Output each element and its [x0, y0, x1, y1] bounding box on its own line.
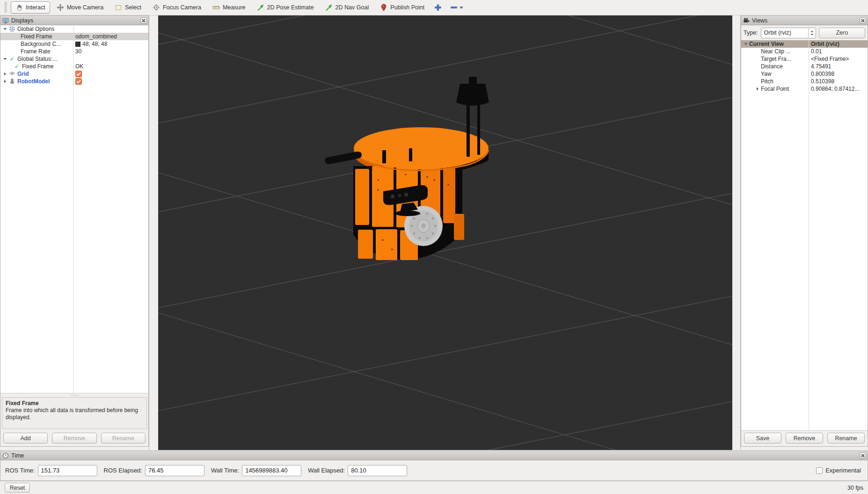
- view-property-value-cell[interactable]: 4.75491: [809, 63, 868, 70]
- expander-closed-icon[interactable]: [2, 71, 8, 77]
- tool-select[interactable]: Select: [110, 1, 146, 14]
- view-type-row: Type: Orbit (rviz) Zero: [741, 25, 868, 40]
- tool-publish-point[interactable]: Publish Point: [375, 1, 429, 14]
- enabled-checkbox-checked-icon[interactable]: [75, 78, 82, 85]
- ros-elapsed-input[interactable]: [145, 465, 204, 476]
- views-row-target-fra[interactable]: Target Fra...<Fixed Frame>: [741, 55, 868, 63]
- property-value-cell[interactable]: 48; 48; 48: [73, 40, 148, 48]
- displays-row-robotmodel[interactable]: RobotModel: [0, 78, 148, 85]
- property-label: Fixed Frame: [22, 63, 53, 70]
- views-panel-header[interactable]: Views: [741, 16, 868, 25]
- tool-2d-nav-goal[interactable]: 2D Nav Goal: [321, 1, 374, 14]
- rename-button[interactable]: Rename: [827, 433, 865, 443]
- tool-move-camera[interactable]: Move Camera: [52, 1, 109, 14]
- tool-label: Publish Point: [390, 4, 424, 11]
- dropdown-caret-icon[interactable]: [460, 7, 463, 9]
- view-property-name-cell: Current View: [741, 40, 809, 48]
- color-swatch: [75, 42, 80, 47]
- zero-button[interactable]: Zero: [819, 28, 865, 38]
- expander-open-icon[interactable]: [2, 26, 8, 32]
- expander-open-icon[interactable]: [2, 56, 8, 62]
- property-name-cell: Global Options: [0, 25, 73, 33]
- wall-time-input[interactable]: [242, 465, 301, 476]
- views-panel: Views Type: Orbit (rviz) Zero Current Vi…: [741, 15, 868, 447]
- save-button[interactable]: Save: [744, 433, 781, 443]
- tool-focus-camera[interactable]: Focus Camera: [148, 1, 206, 14]
- select-box-icon: [115, 4, 122, 11]
- left-splitter[interactable]: [149, 15, 158, 450]
- property-value-cell: [73, 55, 148, 63]
- property-value-cell[interactable]: [73, 70, 148, 78]
- property-value-cell[interactable]: odom_combined: [73, 33, 148, 40]
- expander-open-icon[interactable]: [743, 41, 749, 47]
- view-property-label: Near Clip ...: [761, 48, 790, 55]
- view-property-value-cell[interactable]: 0.510398: [809, 78, 868, 85]
- spinner-icon[interactable]: [808, 28, 816, 38]
- displays-row-global-options[interactable]: Global Options: [0, 25, 148, 33]
- views-row-focal-point[interactable]: Focal Point0.90864; 0.87412...: [741, 85, 868, 93]
- displays-row-fixed-frame[interactable]: ✓Fixed FrameOK: [0, 63, 148, 70]
- views-camera-icon: [743, 17, 750, 24]
- property-name-cell: RobotModel: [0, 78, 73, 85]
- displays-row-background-c[interactable]: Background C...48; 48; 48: [0, 40, 148, 48]
- view-property-value-cell[interactable]: <Fixed Frame>: [809, 55, 868, 63]
- time-close-button[interactable]: [860, 452, 866, 459]
- view-type-combo[interactable]: Orbit (rviz): [761, 28, 816, 38]
- views-row-distance[interactable]: Distance4.75491: [741, 63, 868, 70]
- ros-time-input[interactable]: [38, 465, 97, 476]
- property-name-cell: Background C...: [0, 40, 73, 48]
- time-fields: ROS Time:ROS Elapsed:Wall Time:Wall Elap…: [0, 460, 868, 480]
- toolbar-tools: InteractMove CameraSelectFocus CameraMea…: [11, 1, 429, 14]
- reset-button[interactable]: Reset: [5, 483, 30, 493]
- panel-splitter-handle[interactable]: [0, 393, 148, 397]
- displays-row-global-status[interactable]: ✓Global Status:...: [0, 55, 148, 63]
- displays-row-frame-rate[interactable]: Frame Rate30: [0, 48, 148, 55]
- view-property-label: Current View: [749, 40, 784, 48]
- publish-point-pin-icon: [380, 4, 387, 11]
- expander-closed-icon[interactable]: [754, 86, 761, 92]
- status-bar: Reset 30 fps: [0, 481, 868, 494]
- property-value-cell[interactable]: [73, 78, 148, 85]
- add-button[interactable]: Add: [3, 433, 48, 443]
- displays-panel-header[interactable]: Displays: [0, 16, 148, 25]
- remove-tool-button[interactable]: [447, 1, 467, 14]
- remove-button: Remove: [52, 433, 96, 443]
- property-name-cell: Frame Rate: [0, 48, 73, 55]
- displays-row-grid[interactable]: Grid: [0, 70, 148, 78]
- add-tool-button[interactable]: [431, 1, 445, 14]
- wall-elapsed-label: Wall Elapsed:: [308, 467, 345, 474]
- enabled-checkbox-checked-icon[interactable]: [75, 71, 82, 77]
- wall-elapsed-input[interactable]: [348, 465, 407, 476]
- expander-closed-icon[interactable]: [2, 78, 8, 85]
- displays-tree: Global OptionsFixed Frameodom_combinedBa…: [0, 25, 148, 393]
- time-panel-header[interactable]: Time: [0, 451, 868, 460]
- viewport-3d[interactable]: [158, 15, 732, 450]
- property-label: Grid: [17, 70, 29, 78]
- views-row-pitch[interactable]: Pitch0.510398: [741, 78, 868, 85]
- property-value-cell: [73, 25, 148, 33]
- views-row-near-clip[interactable]: Near Clip ...0.01: [741, 48, 868, 55]
- views-row-yaw[interactable]: Yaw0.800398: [741, 70, 868, 78]
- right-splitter[interactable]: [732, 15, 741, 450]
- property-value-cell[interactable]: 30: [73, 48, 148, 55]
- views-row-current-view[interactable]: Current ViewOrbit (rviz): [741, 40, 868, 48]
- experimental-checkbox[interactable]: [816, 467, 823, 474]
- views-tree: Current ViewOrbit (rviz)Near Clip ...0.0…: [741, 40, 868, 431]
- status-ok-check-icon: ✓: [13, 63, 21, 70]
- tool-measure[interactable]: Measure: [208, 1, 250, 14]
- view-property-value-cell[interactable]: 0.01: [809, 48, 868, 55]
- view-property-value-cell[interactable]: 0.90864; 0.87412...: [809, 85, 868, 93]
- views-close-button[interactable]: [860, 17, 866, 24]
- property-value-cell[interactable]: OK: [73, 63, 148, 70]
- tool-interact[interactable]: Interact: [11, 1, 50, 14]
- displays-row-fixed-frame[interactable]: Fixed Frameodom_combined: [0, 33, 148, 40]
- move-camera-icon: [57, 4, 64, 11]
- ros-time-label: ROS Time:: [5, 467, 35, 474]
- plus-icon: [434, 4, 442, 11]
- toolbar-drag-handle-icon[interactable]: [5, 2, 7, 13]
- view-property-name-cell: Pitch: [741, 78, 809, 85]
- remove-button[interactable]: Remove: [786, 433, 823, 443]
- view-property-value-cell[interactable]: 0.800398: [809, 70, 868, 78]
- tool-2d-pose-estimate[interactable]: 2D Pose Estimate: [252, 1, 319, 14]
- displays-close-button[interactable]: [140, 17, 147, 24]
